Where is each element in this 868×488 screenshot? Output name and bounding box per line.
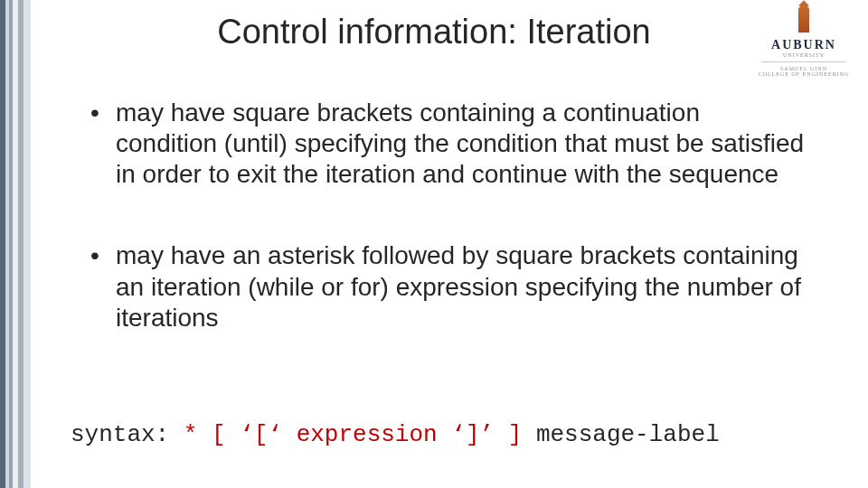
slide: AUBURN UNIVERSITY Samuel Ginn College of… <box>0 0 868 488</box>
syntax-line: syntax: * [ ‘[‘ expression ‘]’ ] message… <box>71 421 720 448</box>
logo-divider <box>761 61 846 62</box>
syntax-suffix: message-label <box>522 421 719 448</box>
syntax-prefix: syntax: <box>71 421 184 448</box>
slide-title: Control information: Iteration <box>0 13 868 52</box>
bullet-item: may have square brackets containing a co… <box>90 98 805 190</box>
syntax-expression: * [ ‘[‘ expression ‘]’ ] <box>184 421 522 448</box>
bullet-item: may have an asterisk followed by square … <box>90 240 805 333</box>
logo-university: UNIVERSITY <box>754 52 854 58</box>
bullet-list: may have square brackets containing a co… <box>90 98 805 333</box>
slide-body: may have square brackets containing a co… <box>90 98 805 384</box>
logo-sub-line-2: College of Engineering <box>754 71 854 77</box>
decorative-left-band <box>0 0 31 488</box>
